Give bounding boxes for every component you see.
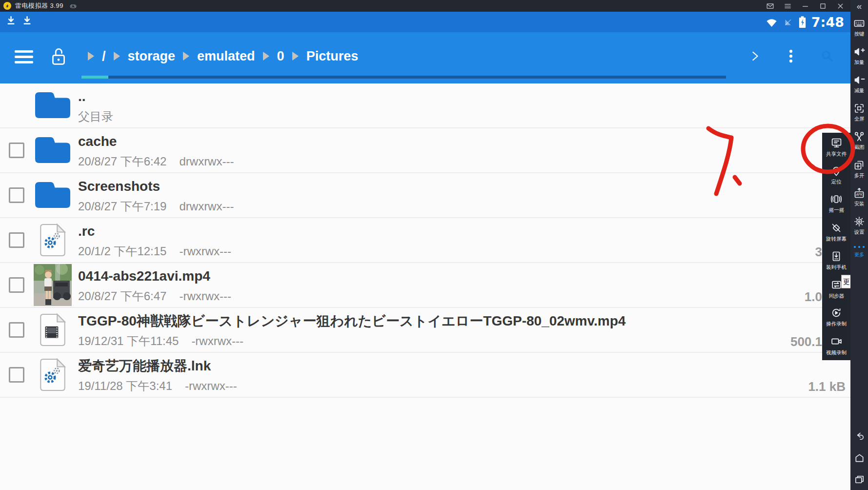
filemanager-toolbar: / storage emulated 0 Pictures (0, 32, 850, 83)
sidebar-item[interactable]: 更多 (853, 244, 866, 258)
file-type-icon (30, 84, 75, 126)
file-size: 1.1 kB (808, 379, 846, 394)
window-control-button[interactable] (782, 0, 793, 11)
file-type-icon (30, 129, 75, 171)
chevron-right-icon (747, 49, 762, 63)
hamburger-menu-icon[interactable] (15, 50, 33, 66)
folder-icon (33, 136, 72, 165)
sidebar-item-icon (853, 46, 865, 58)
panel-item-label: 定位 (831, 179, 841, 185)
nav-button[interactable] (854, 431, 865, 442)
panel-item-label: 视频录制 (826, 349, 847, 356)
toolbar-action-icon[interactable] (747, 49, 762, 63)
file-size: 1.0 (805, 289, 822, 305)
collapse-sidebar-icon[interactable]: « (857, 1, 862, 13)
file-date: 父目录 (78, 110, 113, 123)
file-name: 爱奇艺万能播放器.lnk (78, 359, 237, 373)
file-row[interactable]: 0414-abs221avi.mp4 20/8/27 下午6:47-rwxrwx… (0, 263, 850, 308)
breadcrumb-separator-icon (292, 52, 299, 61)
download-icon (6, 15, 17, 26)
panel-item[interactable]: 定位 (822, 161, 850, 189)
toolbar-action-icon[interactable] (784, 48, 798, 64)
window-control-button[interactable] (765, 0, 775, 11)
panel-item-icon (830, 222, 842, 234)
sidebar-item-label: 按键 (854, 30, 865, 37)
sidebar-item[interactable]: 加量 (853, 46, 865, 66)
file-type-icon (30, 354, 75, 396)
file-permissions: -rwxrwx--- (179, 245, 231, 258)
statusbar-status-icons: 7:48 (765, 12, 844, 32)
file-name: TGGP-80神獣戦隊ビーストレンジャー狙われたビーストイエローTGGP-80_… (78, 314, 626, 328)
file-checkbox[interactable] (9, 277, 24, 293)
panel-item[interactable]: 操作录制 (822, 303, 850, 331)
breadcrumb-scrollbar[interactable] (81, 76, 726, 79)
panel-item[interactable]: 视频录制 (822, 331, 850, 360)
sidebar-item-label: 多开 (854, 172, 865, 179)
lock-open-icon[interactable] (51, 47, 66, 66)
breadcrumb-item[interactable]: 0 (263, 49, 284, 64)
file-type-icon (30, 174, 75, 216)
toolbar-action-icon[interactable] (820, 49, 834, 63)
sidebar-item-icon (853, 244, 866, 250)
file-size: 3 (815, 245, 822, 260)
panel-item[interactable]: 旋转屏幕 (822, 218, 850, 246)
breadcrumb-item[interactable]: storage (114, 49, 176, 64)
status-icon (765, 17, 778, 27)
sidebar-item[interactable]: 设置 (853, 216, 865, 236)
breadcrumb-item[interactable]: emulated (183, 49, 255, 64)
panel-item[interactable]: 共享文件 (822, 133, 850, 161)
panel-item-icon (830, 307, 842, 319)
window-control-button[interactable] (835, 0, 846, 11)
sidebar-item-icon (853, 216, 865, 227)
file-name: 0414-abs221avi.mp4 (78, 269, 231, 284)
panel-item[interactable]: 装到手机 (822, 246, 850, 275)
nav-button[interactable] (854, 474, 865, 485)
sidebar-item-icon (853, 18, 865, 29)
sidebar-item[interactable]: APK 安装 (853, 187, 865, 207)
breadcrumb-separator-icon (114, 52, 120, 61)
download-icon[interactable] (22, 15, 33, 26)
window-title: 雷电模拟器 3.99 (15, 1, 63, 10)
file-row[interactable]: cache 20/8/27 下午6:42drwxrwx--- (0, 128, 850, 173)
file-checkbox[interactable] (9, 322, 24, 338)
file-row[interactable]: 爱奇艺万能播放器.lnk 19/11/28 下午3:41-rwxrwx--- 1… (0, 353, 850, 398)
sidebar-item[interactable]: 多开 (853, 159, 865, 179)
scrollbar-thumb[interactable] (81, 76, 108, 79)
window-control-button[interactable] (817, 0, 828, 11)
file-type-icon (30, 264, 75, 306)
file-permissions: -rwxrwx--- (179, 289, 231, 303)
minimize-icon (801, 2, 809, 10)
more-tooltip: 更 (841, 275, 850, 288)
toolbar-actions (747, 32, 834, 80)
file-checkbox[interactable] (9, 232, 24, 248)
nav-button[interactable] (854, 452, 865, 464)
window-control-button[interactable] (800, 0, 810, 11)
panel-item[interactable]: 摇一摇 (822, 189, 850, 218)
breadcrumb-item[interactable]: Pictures (292, 49, 359, 64)
file-row[interactable]: .. 父目录 (0, 83, 850, 128)
sidebar-item[interactable]: 减量 (853, 74, 865, 94)
file-row[interactable]: .rc 20/1/2 下午12:15-rwxrwx--- 3 (0, 218, 850, 263)
file-date: 20/8/27 下午7:19 (78, 200, 166, 213)
file-row[interactable]: Screenshots 20/8/27 下午7:19drwxrwx--- (0, 173, 850, 218)
breadcrumb-separator-icon (183, 52, 189, 61)
sidebar-item[interactable]: 截图 (853, 131, 865, 151)
breadcrumb-item[interactable]: / (88, 49, 106, 64)
folder-icon (33, 181, 72, 210)
file-row[interactable]: TGGP-80神獣戦隊ビーストレンジャー狙われたビーストイエローTGGP-80_… (0, 308, 850, 353)
file-name: .rc (78, 224, 231, 239)
sidebar-item[interactable]: 按键 (853, 18, 865, 38)
sidebar-item[interactable]: 全屏 (853, 102, 865, 122)
file-name: cache (78, 134, 234, 149)
panel-item-label: 同步器 (828, 292, 844, 299)
file-checkbox[interactable] (9, 367, 24, 383)
file-size: 500.1 (790, 334, 822, 349)
config-icon (39, 223, 67, 257)
file-name: .. (78, 89, 113, 104)
file-checkbox[interactable] (9, 187, 24, 203)
clock: 7:48 (811, 15, 844, 30)
svg-text:APK: APK (855, 193, 863, 196)
download-icon[interactable] (6, 15, 17, 26)
file-checkbox[interactable] (9, 143, 24, 158)
folder-up-icon (33, 91, 72, 120)
